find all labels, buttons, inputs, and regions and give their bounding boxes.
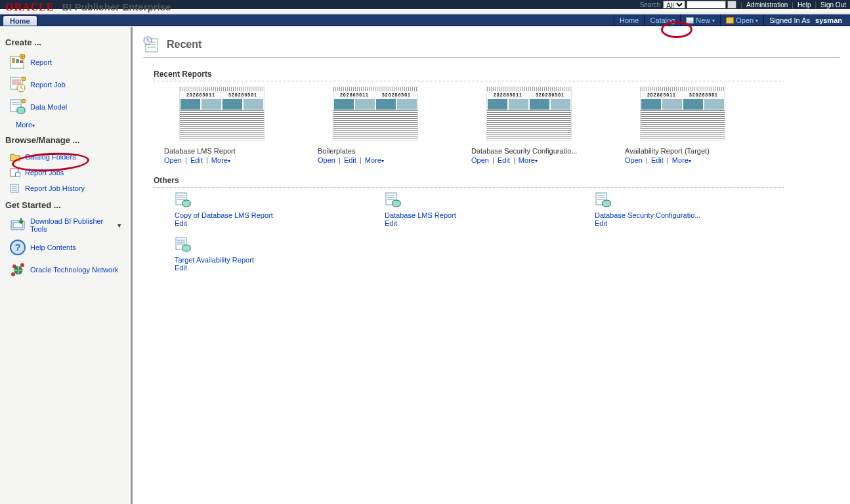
card-title: Availability Report (Target) bbox=[625, 147, 740, 155]
action-more[interactable]: More▾ bbox=[519, 156, 538, 164]
sidebar-more[interactable]: More▾ bbox=[5, 118, 125, 131]
action-open[interactable]: Open bbox=[625, 156, 643, 164]
section-others: Others bbox=[154, 176, 784, 188]
search-scope-select[interactable]: All bbox=[663, 1, 685, 9]
other-title[interactable]: Target Availability Report bbox=[175, 256, 385, 264]
report-jobs-icon bbox=[9, 167, 21, 178]
other-title[interactable]: Database Security Configuratio... bbox=[595, 211, 805, 219]
others-grid: Copy of Database LMS Report Edit Databas… bbox=[175, 192, 805, 281]
other-title[interactable]: Database LMS Report bbox=[385, 211, 595, 219]
card-title: Boilerplates bbox=[318, 147, 433, 155]
download-icon bbox=[9, 217, 26, 234]
action-more[interactable]: More▾ bbox=[211, 156, 230, 164]
sidebar-item-label: Report Jobs bbox=[25, 169, 64, 177]
page-title: Recent bbox=[167, 39, 202, 51]
sidebar-item-download-tools[interactable]: Download BI Publisher Tools▾ bbox=[5, 214, 125, 236]
sidebar-item-label: Data Model bbox=[30, 103, 67, 111]
action-edit[interactable]: Edit bbox=[175, 219, 187, 227]
otn-icon bbox=[9, 261, 26, 278]
sidebar: Create ... Report Report Job Data Model … bbox=[0, 27, 131, 504]
sidebar-item-report-job[interactable]: Report Job bbox=[5, 74, 125, 96]
report-icon bbox=[9, 54, 26, 71]
help-link[interactable]: Help bbox=[797, 1, 811, 9]
action-edit[interactable]: Edit bbox=[595, 219, 607, 227]
sidebar-item-report-job-history[interactable]: Report Job History bbox=[5, 180, 125, 196]
other-title[interactable]: Copy of Database LMS Report bbox=[175, 211, 385, 219]
data-model-icon bbox=[9, 98, 26, 116]
action-open[interactable]: Open bbox=[318, 156, 335, 164]
report-job-icon bbox=[9, 76, 26, 93]
recent-cards: 202865011320286501 Database LMS Report O… bbox=[164, 87, 820, 164]
nav-catalog[interactable]: Catalog bbox=[644, 14, 680, 26]
search-label: Search bbox=[640, 1, 661, 9]
card-actions: Open | Edit | More▾ bbox=[164, 156, 280, 164]
action-more[interactable]: More▾ bbox=[365, 156, 384, 164]
search-input[interactable] bbox=[687, 1, 726, 9]
action-edit[interactable]: Edit bbox=[175, 264, 187, 272]
sidebar-item-help-contents[interactable]: ? Help Contents bbox=[5, 236, 125, 259]
action-edit[interactable]: Edit bbox=[385, 219, 397, 227]
report-thumbnail[interactable]: 202865011320286501 bbox=[179, 87, 265, 140]
open-folder-icon bbox=[726, 17, 734, 24]
action-edit[interactable]: Edit bbox=[651, 156, 664, 164]
help-icon: ? bbox=[9, 239, 26, 256]
history-icon bbox=[9, 183, 21, 194]
sidebar-item-otn[interactable]: Oracle Technology Network bbox=[5, 259, 125, 281]
action-open[interactable]: Open bbox=[164, 156, 182, 164]
nav-home[interactable]: Home bbox=[614, 14, 644, 26]
card-title: Database LMS Report bbox=[164, 147, 280, 155]
signed-in-label: Signed In As bbox=[763, 14, 815, 26]
action-more[interactable]: More▾ bbox=[672, 156, 691, 164]
action-edit[interactable]: Edit bbox=[190, 156, 203, 164]
data-model-icon bbox=[385, 192, 402, 209]
svg-rect-3 bbox=[20, 60, 23, 63]
action-open[interactable]: Open bbox=[471, 156, 489, 164]
sidebar-item-label: Download BI Publisher Tools bbox=[30, 217, 114, 233]
report-card: 202865011320286501 Database Security Con… bbox=[471, 87, 587, 164]
signout-link[interactable]: Sign Out bbox=[820, 1, 846, 9]
recent-icon bbox=[143, 36, 160, 53]
sidebar-item-data-model[interactable]: Data Model bbox=[5, 96, 125, 118]
admin-link[interactable]: Administration bbox=[746, 1, 788, 9]
global-nav: Home Catalog New▾ Open▾ Signed In As sys… bbox=[614, 14, 847, 26]
header-strip: ORACLE BI Publisher Enterprise bbox=[0, 9, 850, 14]
report-thumbnail[interactable]: 202865011320286501 bbox=[640, 87, 725, 140]
data-model-icon bbox=[175, 236, 192, 253]
section-recent-reports: Recent Reports bbox=[154, 70, 784, 81]
report-card: 202865011320286501 Boilerplates Open | E… bbox=[318, 87, 433, 164]
create-header: Create ... bbox=[5, 37, 125, 47]
content-area: Recent Recent Reports 202865011320286501… bbox=[131, 27, 850, 504]
sidebar-item-label: Catalog Folders bbox=[25, 153, 76, 161]
brand-logo: ORACLE bbox=[0, 1, 54, 13]
page-header: Recent bbox=[143, 36, 839, 58]
svg-point-17 bbox=[15, 172, 20, 177]
search-go-icon[interactable] bbox=[727, 1, 736, 9]
other-item: Copy of Database LMS Report Edit bbox=[175, 192, 385, 227]
nav-user[interactable]: sysman bbox=[815, 14, 847, 26]
getstarted-header: Get Started ... bbox=[5, 200, 125, 210]
nav-new[interactable]: New▾ bbox=[680, 14, 720, 26]
chevron-down-icon: ▾ bbox=[755, 18, 758, 24]
action-edit[interactable]: Edit bbox=[344, 156, 356, 164]
sidebar-item-catalog-folders[interactable]: Catalog Folders bbox=[5, 149, 125, 165]
new-icon bbox=[686, 17, 694, 24]
svg-point-15 bbox=[22, 99, 26, 103]
card-title: Database Security Configuratio... bbox=[471, 147, 587, 155]
chevron-down-icon: ▾ bbox=[117, 221, 121, 230]
sidebar-item-report[interactable]: Report bbox=[5, 51, 125, 74]
chevron-down-icon: ▾ bbox=[712, 18, 715, 24]
report-thumbnail[interactable]: 202865011320286501 bbox=[486, 87, 572, 140]
sidebar-item-label: Report bbox=[30, 58, 52, 66]
report-thumbnail[interactable]: 202865011320286501 bbox=[333, 87, 418, 140]
card-actions: Open | Edit | More▾ bbox=[625, 156, 740, 164]
other-item: Database LMS Report Edit bbox=[385, 192, 595, 227]
sidebar-item-report-jobs[interactable]: Report Jobs bbox=[5, 165, 125, 180]
svg-text:?: ? bbox=[14, 242, 20, 253]
nav-open[interactable]: Open▾ bbox=[720, 14, 763, 26]
action-edit[interactable]: Edit bbox=[498, 156, 510, 164]
folder-icon bbox=[9, 152, 21, 162]
report-card: 202865011320286501 Availability Report (… bbox=[625, 87, 740, 164]
chevron-down-icon: ▾ bbox=[32, 123, 35, 129]
tab-home[interactable]: Home bbox=[3, 15, 37, 26]
browse-header: Browse/Manage ... bbox=[5, 135, 125, 145]
